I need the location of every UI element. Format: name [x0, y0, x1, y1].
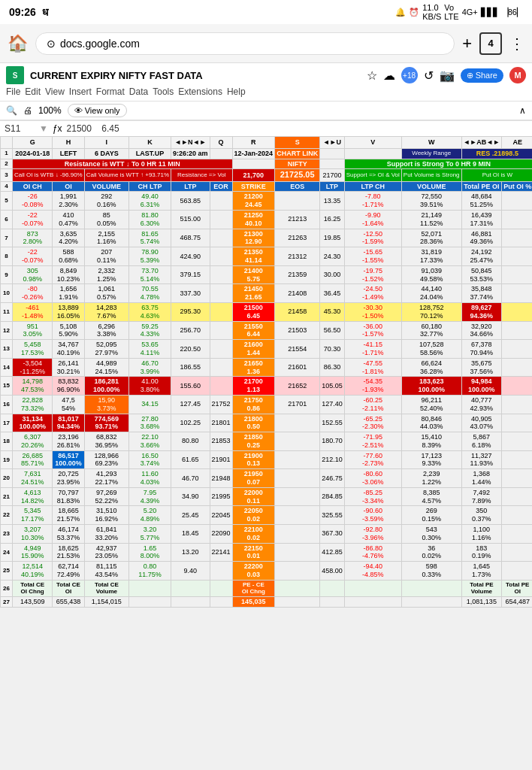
spreadsheet-container: G H I K ◄►N◄► Q R S ◄►U V W ◄►AB◄► AE 1 … [0, 136, 532, 608]
table-row: 21 4,61314.82% 70,79781.83% 97,26952.22%… [1, 487, 533, 506]
col-ae: AE [502, 137, 532, 149]
search-icon[interactable]: 🔍 [6, 105, 17, 116]
table-row: 14 -3,504-11.25% 26,14130.21% 44,98924.1… [1, 358, 533, 377]
table-row: 24 4,94915.90% 18,62521.53% 42,93723.05%… [1, 543, 533, 562]
avatar-group: +18 [401, 67, 418, 83]
history-icon[interactable]: ↺ [424, 68, 434, 83]
vo-lte: VoLTE [444, 3, 458, 21]
star-icon[interactable]: ☆ [367, 68, 377, 83]
table-row: 8 -22-0.07% 5880.68% 2070.11% 78.905.39%… [1, 247, 533, 266]
browser-menu-button[interactable]: ⋮ [509, 35, 524, 53]
fx-label: ƒx [53, 123, 62, 134]
menu-extensions[interactable]: Extensions [178, 86, 222, 97]
table-row: 2 Resistance is WTT ↓ To 0 HR 11 MIN NIF… [1, 159, 533, 169]
menu-data[interactable]: Data [129, 86, 148, 97]
camera-icon[interactable]: 📷 [440, 68, 455, 83]
menu-view[interactable]: View [45, 86, 65, 97]
table-row: 17 31,134100.00% 81,01794.34% 774,56993.… [1, 414, 533, 432]
table-row: 5 -26-0.08% 1,9912.30% 2920.16% 49.406.3… [1, 192, 533, 211]
table-row: 18 6,30720.26% 23,19626.81% 68,83236.95%… [1, 432, 533, 451]
table-row: 9 3050.98% 8,84910.23% 2,3321.25% 73.705… [1, 265, 533, 284]
view-only-text: View only [85, 106, 120, 115]
col-i: I [84, 137, 128, 149]
col-header-row [1, 137, 13, 149]
toolbar-row: 🔍 🖨 100% 👁 View only ∧ [0, 102, 532, 120]
table-row: 25 12,51440.19% 62,71472.49% 81,11543.54… [1, 562, 533, 581]
menu-tools[interactable]: Tools [153, 86, 174, 97]
status-bar: 09:26 ध 🔔 ⏰ 11.0KB/S VoLTE 4G+ ▋▋▋ ▕86▏ [0, 0, 532, 24]
col-ab: ◄►AB◄► [461, 137, 502, 149]
menu-file[interactable]: File [6, 86, 20, 97]
system-icons: 🔔 ⏰ 11.0KB/S VoLTE 4G+ ▋▋▋ ▕86▏ [395, 3, 523, 21]
zoom-level[interactable]: 100% [38, 105, 62, 116]
table-row: 26 Total CEOI Chng Total CEOI Total CEVo… [1, 580, 533, 596]
browser-bar: 🏠 ⊙ docs.google.com + 4 ⋮ [0, 24, 532, 63]
menu-edit[interactable]: Edit [25, 86, 41, 97]
print-icon[interactable]: 🖨 [23, 105, 32, 116]
share-button[interactable]: ⊕ Share [461, 68, 503, 83]
time-display: 09:26 [9, 6, 36, 19]
table-row: 19 26,68585.71% 86,517100.00% 128,96669.… [1, 450, 533, 469]
col-h: H [53, 137, 84, 149]
col-v: V [344, 137, 401, 149]
collapse-button[interactable]: ∧ [519, 105, 526, 116]
tab-count[interactable]: 4 [479, 32, 502, 55]
home-button[interactable]: 🏠 [8, 34, 28, 53]
formula-bar: S11 ▼ ƒx 21500 6.45 [0, 120, 532, 136]
table-row: 12 9513.05% 5,1085.90% 6,2963.38% 59.254… [1, 321, 533, 340]
table-row: 27 143,509 655,438 1,154,015 145,035 1,0… [1, 597, 533, 608]
formula-divider: ▼ [39, 123, 48, 134]
new-tab-button[interactable]: + [462, 34, 472, 53]
signal-bars: ▋▋▋ [481, 8, 499, 17]
view-only-badge: 👁 View only [68, 104, 127, 117]
signal-4g: 4G+ [462, 8, 478, 17]
eye-icon: 👁 [74, 106, 83, 115]
data-speed: 11.0KB/S [422, 3, 441, 21]
url-text: docs.google.com [60, 38, 140, 50]
cell-reference[interactable]: S11 [5, 123, 35, 134]
col-u: ◄►U [320, 137, 345, 149]
menu-insert[interactable]: Insert [69, 86, 92, 97]
table-row: 13 5,45817.53% 34,76740.19% 52,09527.97%… [1, 340, 533, 359]
col-q: Q [210, 137, 232, 149]
col-k: K [129, 137, 171, 149]
table-row: 23 3,20710.30% 46,17453.37% 61,84133.20%… [1, 525, 533, 544]
table-row: 3 Call OI is WTB ↓ -96.90% Call Volume i… [1, 169, 533, 181]
col-n: ◄►N◄► [171, 137, 210, 149]
table-row: 6 -22-0.07% 4100.47% 850.05% 81.806.30% … [1, 210, 533, 229]
col-r: R [232, 137, 275, 149]
battery-icon: ▕86▏ [502, 8, 523, 17]
table-row: 15 14,79847.53% 83,83296.90% 186,281100.… [1, 377, 533, 396]
table-row: 10 -80-0.26% 1,6561.91% 1,0610.57% 70.55… [1, 284, 533, 303]
table-row: 20 7,63124.51% 20,72523.95% 41,29322.17%… [1, 469, 533, 488]
col-w: W [401, 137, 461, 149]
menu-format[interactable]: Format [96, 86, 125, 97]
table-row: 4 OI CH OI VOLUME CH LTP LTP EOR STRIKE … [1, 181, 533, 192]
network-icon: 🔔 [395, 8, 406, 17]
cloud-icon: ☁ [383, 68, 395, 83]
url-bar[interactable]: ⊙ docs.google.com [35, 32, 455, 55]
spreadsheet-table: G H I K ◄►N◄► Q R S ◄►U V W ◄►AB◄► AE 1 … [0, 136, 532, 608]
alarm-icon: ⏰ [409, 8, 419, 17]
formula-content: 21500 6.45 [67, 123, 119, 134]
col-g: G [13, 137, 53, 149]
sheets-title: CURRENT EXPIRY NIFTY FAST DATA [30, 70, 361, 81]
col-s: S [275, 137, 320, 149]
sheets-icon: S [6, 66, 24, 84]
table-row: 22 5,34517.17% 18,66521.57% 31,51016.92%… [1, 506, 533, 525]
table-row: 1 2024-01-18 LEFT 6 DAYS LAST.UP 9:26:20… [1, 148, 533, 159]
site-icon: ⊙ [47, 38, 56, 50]
menu-help[interactable]: Help [227, 86, 246, 97]
lang-indicator: ध [42, 6, 48, 19]
table-row: 11 -461-1.48% 13,88916.05% 14,2837.67% 6… [1, 302, 533, 321]
sheets-header: S CURRENT EXPIRY NIFTY FAST DATA ☆ ☁ +18… [0, 63, 532, 102]
table-row: 7 8732.80% 3,6354.20% 2,1551.16% 81.655.… [1, 229, 533, 247]
account-avatar[interactable]: M [509, 67, 526, 83]
table-row: 16 22,82873.32% 47,554% 15,903.73% 34.15… [1, 395, 533, 414]
